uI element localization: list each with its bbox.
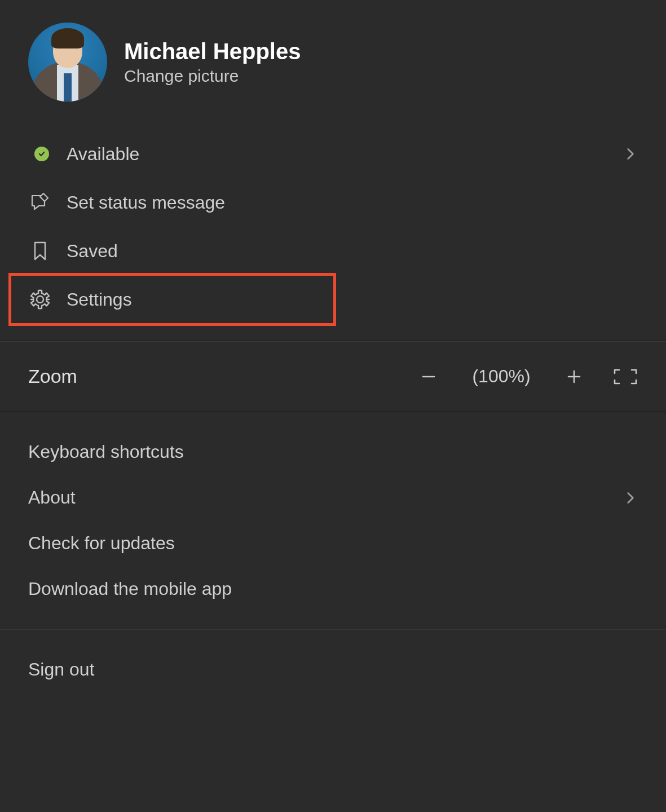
chevron-right-icon [623,147,638,161]
zoom-label: Zoom [28,365,77,387]
keyboard-shortcuts-label: Keyboard shortcuts [28,442,184,462]
check-updates-label: Check for updates [28,533,175,554]
available-status-icon [34,147,49,161]
saved-label: Saved [67,241,118,262]
zoom-out-button[interactable] [418,366,439,387]
zoom-in-button[interactable] [563,366,585,387]
status-menu-section: Available Set status message Saved [0,118,666,341]
minus-icon [421,369,436,385]
set-status-message-item[interactable]: Set status message [0,178,666,227]
change-picture-link[interactable]: Change picture [124,67,301,86]
zoom-level: (100%) [467,366,535,387]
sign-out-label: Sign out [28,659,94,680]
gear-icon [28,288,52,311]
fullscreen-button[interactable] [613,368,638,385]
more-menu-section: Keyboard shortcuts About Check for updat… [0,412,666,629]
signout-section: Sign out [0,630,666,709]
bookmark-icon [28,239,52,263]
presence-status-label: Available [67,144,139,165]
about-item[interactable]: About [0,475,666,520]
about-label: About [28,487,76,508]
profile-name: Michael Hepples [124,39,301,64]
sign-out-item[interactable]: Sign out [0,647,666,692]
edit-message-icon [28,191,52,214]
keyboard-shortcuts-item[interactable]: Keyboard shortcuts [0,429,666,475]
avatar[interactable] [28,23,107,102]
plus-icon [566,369,582,385]
presence-status-item[interactable]: Available [0,130,666,178]
settings-label: Settings [67,289,132,310]
highlight-annotation [8,273,336,326]
download-mobile-app-item[interactable]: Download the mobile app [0,566,666,612]
settings-item[interactable]: Settings [0,275,666,324]
check-for-updates-item[interactable]: Check for updates [0,520,666,566]
saved-item[interactable]: Saved [0,227,666,275]
download-app-label: Download the mobile app [28,579,232,599]
fullscreen-icon [613,368,638,385]
profile-header: Michael Hepples Change picture [0,0,666,118]
set-status-label: Set status message [67,192,225,213]
chevron-right-icon [623,491,638,505]
zoom-section: Zoom (100%) [0,342,666,411]
